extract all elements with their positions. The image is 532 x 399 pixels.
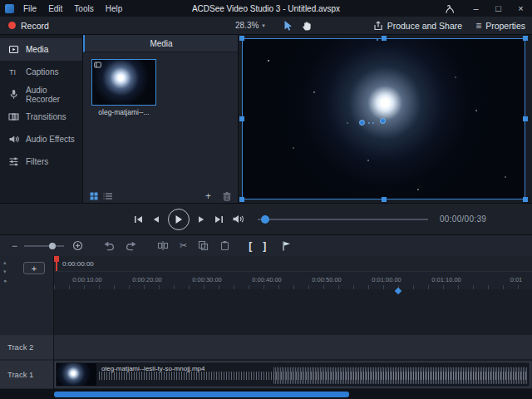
connector-dot — [372, 122, 374, 124]
playhead-position-label: 0:00:00:00 — [62, 260, 94, 268]
main-area: Media TI Captions Audio Recorder Transit… — [0, 35, 532, 203]
step-back-button[interactable] — [151, 214, 160, 224]
horizontal-scrollbar[interactable] — [0, 389, 532, 399]
copy-button[interactable] — [198, 240, 209, 251]
record-label: Record — [21, 21, 49, 31]
connector-dot — [377, 39, 378, 41]
selection-handle-mid-left[interactable] — [239, 116, 244, 121]
preview-canvas[interactable] — [242, 38, 525, 200]
mark-in-button[interactable]: [ — [249, 240, 252, 252]
sidebar-item-filters[interactable]: Filters — [0, 150, 82, 173]
zoom-level-dropdown[interactable]: 28.3% ▾ — [235, 17, 265, 34]
track-1-lane[interactable]: oleg-matjami--lesli-ty-so-mnojj.mp4 — [54, 361, 532, 388]
play-button[interactable] — [168, 209, 190, 230]
close-button[interactable]: × — [510, 0, 532, 17]
transport-bar: 00:00/00:39 — [0, 203, 532, 234]
selection-handle-top-mid[interactable] — [382, 36, 387, 41]
seek-slider[interactable] — [258, 214, 428, 225]
track-1-header[interactable]: Track 1 — [0, 361, 54, 388]
grid-view-button[interactable] — [90, 192, 98, 200]
sidebar-item-transitions[interactable]: Transitions — [0, 106, 82, 128]
selection-handle-top-right[interactable] — [523, 36, 528, 41]
audio-waveform — [273, 367, 528, 384]
media-item-label: oleg-matjami--... — [91, 108, 156, 116]
skip-end-button[interactable] — [214, 214, 224, 224]
produce-and-share-label: Produce and Share — [387, 21, 462, 31]
menu-help[interactable]: Help — [100, 0, 129, 17]
menubar: File Edit Tools Help — [17, 0, 128, 17]
record-button[interactable]: Record — [8, 17, 49, 34]
media-item-thumbnail — [91, 59, 156, 106]
zoom-out-button[interactable]: − — [12, 240, 17, 252]
snap-icon[interactable]: ● — [3, 278, 7, 283]
transform-handle-left[interactable] — [359, 120, 365, 126]
scrollbar-thumb[interactable] — [54, 392, 349, 397]
ruler-label: 0:00:40.00 — [252, 276, 281, 283]
track-label: Track 1 — [7, 370, 33, 379]
filters-icon — [8, 156, 19, 167]
skip-start-button[interactable] — [133, 214, 144, 224]
step-forward-button[interactable] — [197, 214, 206, 224]
connector-dot — [368, 122, 370, 124]
add-track-button[interactable]: + — [23, 262, 45, 274]
selection-handle-top-left[interactable] — [239, 36, 244, 41]
sidebar-item-captions[interactable]: TI Captions — [0, 61, 82, 83]
mark-out-button[interactable]: ] — [263, 240, 266, 252]
list-view-button[interactable] — [103, 192, 112, 200]
sidebar-item-audio-effects[interactable]: Audio Effects — [0, 128, 82, 150]
playhead-handle[interactable] — [54, 256, 59, 262]
record-dot-icon — [8, 22, 16, 29]
selection-handle-bottom-right[interactable] — [523, 197, 528, 202]
add-marker-button[interactable] — [281, 240, 292, 252]
microphone-icon — [8, 89, 19, 100]
scroll-down-icon[interactable]: ▾ — [3, 268, 7, 274]
timeline-zoom-slider[interactable] — [24, 242, 64, 250]
sidebar-item-media[interactable]: Media — [0, 38, 82, 61]
media-panel: Media oleg-matjami--... + — [83, 35, 239, 203]
undo-button[interactable] — [103, 240, 115, 251]
split-clip-button[interactable] — [157, 240, 169, 251]
properties-button[interactable]: ≡ Properties — [475, 21, 525, 31]
timecode: 00:00/00:39 — [440, 214, 486, 224]
minimize-button[interactable]: – — [465, 0, 487, 17]
sidebar-item-label: Audio Recorder — [26, 86, 82, 104]
redo-button[interactable] — [126, 240, 137, 251]
timeline-clip[interactable]: oleg-matjami--lesli-ty-so-mnojj.mp4 — [55, 362, 530, 387]
pan-tool-button[interactable] — [301, 20, 312, 32]
sidebar: Media TI Captions Audio Recorder Transit… — [0, 35, 83, 203]
sidebar-item-audio-recorder[interactable]: Audio Recorder — [0, 83, 82, 106]
zoom-level-value: 28.3% — [235, 21, 259, 30]
track-2-lane[interactable] — [54, 335, 532, 359]
transform-handle-right[interactable] — [380, 118, 386, 124]
clip-thumbnail — [57, 363, 96, 386]
media-item[interactable]: oleg-matjami--... — [91, 59, 156, 116]
timeline-ruler[interactable]: 0:00:00:00 0:00:10.00 0:00:20.00 0:00:30… — [54, 256, 532, 289]
menu-file[interactable]: File — [17, 0, 42, 17]
maximize-button[interactable]: □ — [487, 0, 510, 17]
menu-tools[interactable]: Tools — [68, 0, 99, 17]
selection-handle-bottom-mid[interactable] — [382, 197, 387, 202]
paste-button[interactable] — [219, 240, 230, 251]
add-media-button[interactable]: + — [205, 191, 211, 201]
app-icon — [5, 4, 14, 13]
selection-handle-bottom-left[interactable] — [239, 197, 244, 202]
timeline-gutter-icons[interactable]: ▴ ▾ ● — [3, 259, 7, 283]
cut-button[interactable]: ✂ — [180, 240, 187, 251]
ruler-label: 0:00:50.00 — [312, 276, 341, 283]
select-tool-button[interactable] — [283, 20, 293, 32]
menu-edit[interactable]: Edit — [42, 0, 68, 17]
produce-and-share-button[interactable]: Produce and Share — [373, 21, 462, 31]
media-panel-footer: + — [83, 190, 238, 203]
volume-button[interactable] — [232, 214, 244, 224]
selection-handle-mid-right[interactable] — [523, 116, 528, 121]
delete-media-button[interactable] — [223, 192, 231, 201]
zoom-in-button[interactable] — [72, 240, 83, 251]
toolbar: Record 28.3% ▾ Produce and Share ≡ Prope… — [0, 17, 532, 35]
track-label: Track 2 — [7, 342, 33, 352]
sidebar-item-label: Media — [26, 45, 48, 54]
scroll-up-icon[interactable]: ▴ — [3, 259, 7, 265]
timeline-zoom-knob[interactable] — [49, 243, 56, 249]
track-2-header[interactable]: Track 2 — [0, 335, 54, 359]
seek-track — [258, 219, 428, 220]
seek-knob[interactable] — [261, 215, 269, 224]
